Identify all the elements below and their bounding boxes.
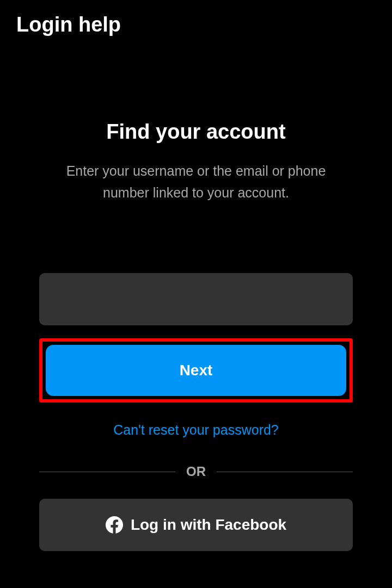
account-input[interactable] <box>39 273 353 325</box>
divider-text: OR <box>186 464 206 479</box>
subtitle-text: Enter your username or the email or phon… <box>39 160 353 203</box>
next-button[interactable]: Next <box>46 345 346 396</box>
highlight-annotation: Next <box>39 338 353 403</box>
reset-password-link[interactable]: Can't reset your password? <box>39 422 353 438</box>
header: Login help <box>0 0 392 49</box>
facebook-login-button[interactable]: Log in with Facebook <box>39 499 353 551</box>
facebook-button-label: Log in with Facebook <box>131 516 286 534</box>
content-area: Find your account Enter your username or… <box>0 120 392 551</box>
divider-line-left <box>39 472 175 472</box>
divider-line-right <box>217 472 353 472</box>
page-title: Login help <box>16 13 376 36</box>
facebook-icon <box>106 516 123 534</box>
divider: OR <box>39 464 353 479</box>
main-heading: Find your account <box>39 120 353 144</box>
